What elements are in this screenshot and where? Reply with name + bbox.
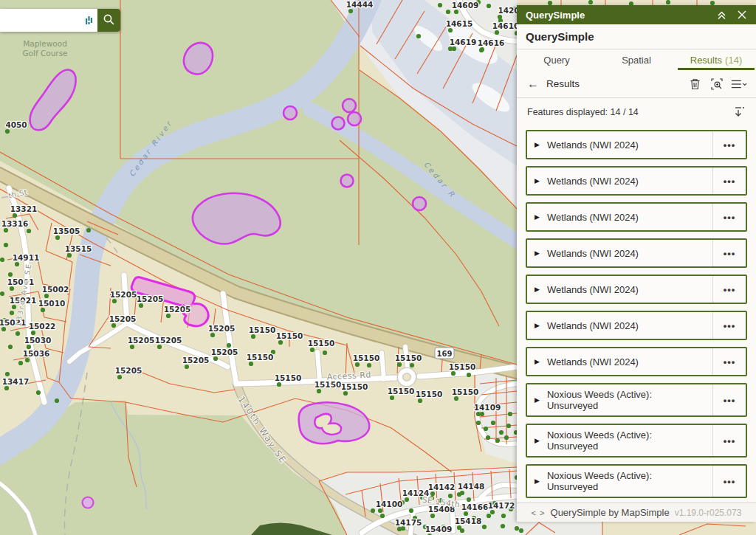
scroll-to-end-icon[interactable] xyxy=(731,104,747,120)
result-item[interactable]: ▶Wetlands (NWI 2024)••• xyxy=(526,202,747,232)
footer-version: v1.19.0-r025.073 xyxy=(675,508,742,518)
address-point xyxy=(278,340,283,345)
window-title: QuerySimple xyxy=(526,10,707,21)
wetland-point[interactable] xyxy=(83,497,94,508)
search-suggestions-icon[interactable] xyxy=(81,9,97,32)
search-box xyxy=(0,9,120,32)
result-options-button[interactable]: ••• xyxy=(712,131,746,158)
parcel-label: 15150 xyxy=(449,362,476,371)
address-point xyxy=(367,363,371,367)
tab-bar: Query Spatial Results (14) xyxy=(517,49,756,70)
wetland-point[interactable] xyxy=(332,117,345,130)
address-point xyxy=(397,527,402,531)
result-options-button[interactable]: ••• xyxy=(712,384,746,415)
expand-triangle-icon[interactable]: ▶ xyxy=(535,437,540,444)
address-point xyxy=(454,396,458,401)
result-options-button[interactable]: ••• xyxy=(712,276,746,303)
parcel-label: 14172 xyxy=(488,501,515,510)
result-options-button[interactable]: ••• xyxy=(712,168,746,194)
address-point xyxy=(8,272,13,277)
address-point xyxy=(5,372,10,376)
address-point xyxy=(157,345,162,349)
result-options-button[interactable]: ••• xyxy=(712,348,746,375)
result-item[interactable]: ▶Noxious Weeds (Active): Unsurveyed••• xyxy=(526,383,747,417)
address-point xyxy=(10,311,14,315)
result-options-button[interactable]: ••• xyxy=(712,425,746,456)
wetland-point[interactable] xyxy=(341,175,354,187)
close-panel-icon[interactable] xyxy=(735,8,749,21)
tab-query[interactable]: Query xyxy=(517,49,597,70)
address-point xyxy=(405,497,409,502)
address-point xyxy=(67,253,72,258)
list-options-menu-icon[interactable] xyxy=(731,76,747,92)
parcel-label: 14619 xyxy=(450,38,477,46)
parcel-label: 13515 xyxy=(65,244,92,253)
parcel-label: 15030 xyxy=(24,336,52,345)
expand-triangle-icon[interactable]: ▶ xyxy=(535,286,540,293)
address-point xyxy=(16,331,20,336)
result-options-button[interactable]: ••• xyxy=(712,466,746,497)
search-input[interactable] xyxy=(0,9,81,32)
tab-results[interactable]: Results (14) xyxy=(676,49,756,70)
expand-triangle-icon[interactable]: ▶ xyxy=(535,477,540,485)
parcel-label: 15205 xyxy=(115,366,142,375)
result-options-button[interactable]: ••• xyxy=(712,240,746,266)
expand-triangle-icon[interactable]: ▶ xyxy=(535,141,540,148)
parcel-label: 14444 xyxy=(346,0,374,9)
parcel-label: 15150 xyxy=(395,353,422,362)
result-item[interactable]: ▶Wetlands (NWI 2024)••• xyxy=(526,311,747,340)
result-item[interactable]: ▶Wetlands (NWI 2024)••• xyxy=(526,275,747,304)
collapse-panel-icon[interactable] xyxy=(715,8,728,21)
result-options-button[interactable]: ••• xyxy=(712,204,746,230)
address-point xyxy=(487,4,491,8)
parcel-label: 15010 xyxy=(38,299,66,308)
delete-results-icon[interactable] xyxy=(687,76,703,92)
parcel-label: 15150 xyxy=(247,353,274,362)
address-point xyxy=(27,229,31,233)
address-point xyxy=(448,28,453,32)
parcel-label: 14911 xyxy=(13,253,40,262)
result-item-title: Noxious Weeds (Active): Unsurveyed xyxy=(547,470,652,492)
address-point xyxy=(588,0,593,4)
result-item[interactable]: ▶Noxious Weeds (Active): Unsurveyed••• xyxy=(526,464,747,498)
features-displayed-row: Features displayed: 14 / 14 xyxy=(517,98,756,125)
result-item[interactable]: ▶Wetlands (NWI 2024)••• xyxy=(526,347,747,376)
address-point xyxy=(397,362,402,367)
result-item-title: Wetlands (NWI 2024) xyxy=(547,284,639,295)
address-point xyxy=(4,386,9,390)
expand-triangle-icon[interactable]: ▶ xyxy=(535,213,540,221)
parcel-label: 15150 xyxy=(308,339,335,348)
parcel-label: 14615 xyxy=(446,19,473,28)
wetland-point[interactable] xyxy=(413,197,426,210)
expand-triangle-icon[interactable]: ▶ xyxy=(535,358,540,365)
code-brackets-icon: < > xyxy=(532,508,546,517)
tab-spatial[interactable]: Spatial xyxy=(597,49,676,70)
parcel-label: 15409 xyxy=(425,525,453,534)
parcel-label: 15150 xyxy=(353,353,380,362)
address-point xyxy=(10,286,14,291)
wetland-point[interactable] xyxy=(348,112,361,125)
address-point xyxy=(378,508,382,513)
expand-triangle-icon[interactable]: ▶ xyxy=(535,396,540,404)
result-item[interactable]: ▶Noxious Weeds (Active): Unsurveyed••• xyxy=(526,424,747,458)
result-item[interactable]: ▶Wetlands (NWI 2024)••• xyxy=(526,166,747,196)
parcel-label: 13505 xyxy=(53,227,80,235)
expand-triangle-icon[interactable]: ▶ xyxy=(535,177,540,184)
wetland-point[interactable] xyxy=(343,99,356,112)
parcel-label: 15036 xyxy=(23,349,50,358)
results-list: ▶Wetlands (NWI 2024)•••▶Wetlands (NWI 20… xyxy=(517,125,756,503)
parcel-label: 15150 xyxy=(276,331,303,340)
zoom-to-results-icon[interactable] xyxy=(709,76,725,92)
back-arrow-icon[interactable]: ← xyxy=(527,78,539,90)
parcel-label: 15205 xyxy=(128,336,155,345)
result-options-button[interactable]: ••• xyxy=(712,312,746,339)
expand-triangle-icon[interactable]: ▶ xyxy=(535,322,540,329)
search-button[interactable] xyxy=(97,9,120,32)
address-point xyxy=(495,438,500,443)
result-item[interactable]: ▶Wetlands (NWI 2024)••• xyxy=(526,130,747,159)
wetland-point[interactable] xyxy=(284,106,297,120)
results-header-label: Results xyxy=(546,78,580,89)
result-item-title: Wetlands (NWI 2024) xyxy=(547,320,639,331)
result-item[interactable]: ▶Wetlands (NWI 2024)••• xyxy=(526,238,747,268)
expand-triangle-icon[interactable]: ▶ xyxy=(535,249,540,257)
